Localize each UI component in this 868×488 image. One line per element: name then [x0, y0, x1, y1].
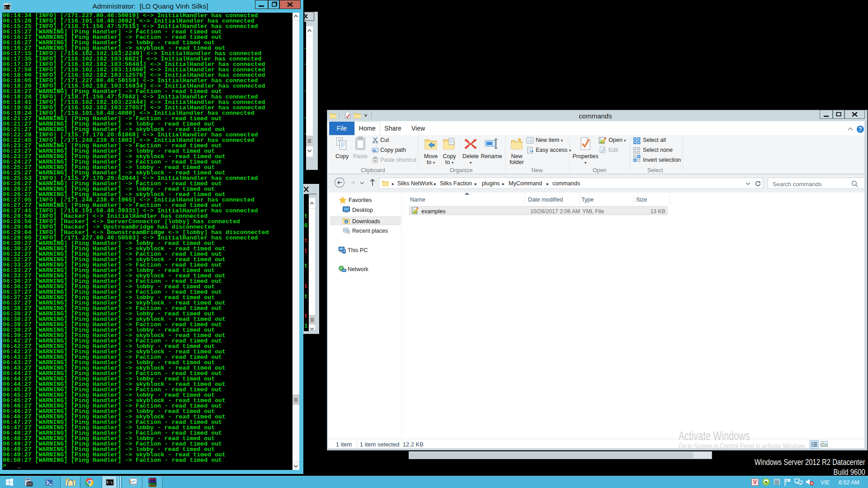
svg-text:W..: W..: [373, 149, 377, 152]
svg-text:C:\: C:\: [107, 481, 112, 484]
